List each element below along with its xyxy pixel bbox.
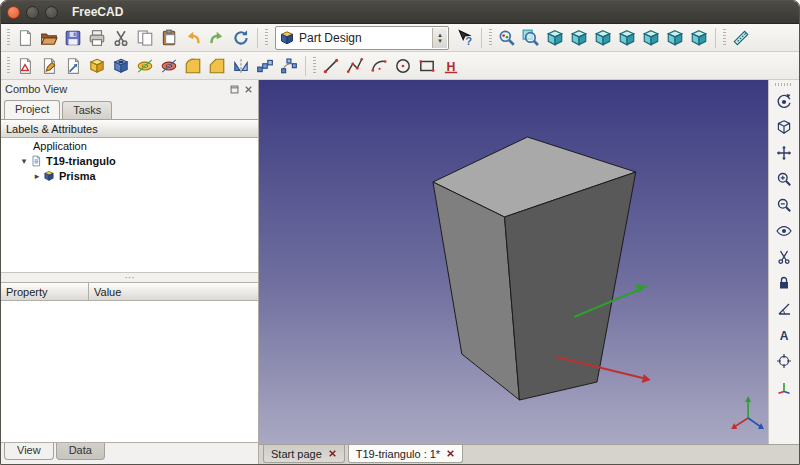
cut-icon xyxy=(112,29,130,47)
panel-splitter[interactable]: ··· xyxy=(1,272,258,282)
tree-item[interactable]: ▾T19-triangulo xyxy=(1,153,258,168)
zoom-in-button[interactable] xyxy=(772,167,796,191)
window-close-button[interactable] xyxy=(7,6,20,19)
sketch-line-button[interactable] xyxy=(319,54,343,78)
fit-all-button[interactable] xyxy=(495,26,519,50)
toolbar-handle[interactable] xyxy=(489,29,492,47)
toolbar-handle[interactable] xyxy=(7,57,10,75)
tree-item[interactable]: Application xyxy=(1,138,258,153)
refresh-button[interactable] xyxy=(229,26,253,50)
axonometric-view-button[interactable] xyxy=(543,26,567,50)
tree-item[interactable]: ▸Prisma xyxy=(1,168,258,183)
tab-view[interactable]: View xyxy=(4,443,54,460)
toolbar-handle[interactable] xyxy=(775,83,793,86)
fillet-button[interactable] xyxy=(181,54,205,78)
close-tab-icon[interactable] xyxy=(328,449,337,458)
copy-button[interactable] xyxy=(133,26,157,50)
lock-button[interactable] xyxy=(772,271,796,295)
mirrored-icon xyxy=(232,57,250,75)
fit-selection-button[interactable] xyxy=(519,26,543,50)
revolution-button[interactable] xyxy=(133,54,157,78)
tab-data[interactable]: Data xyxy=(56,443,105,460)
viewport-3d[interactable] xyxy=(259,80,768,444)
property-table-body[interactable] xyxy=(1,301,258,443)
chamfer-button[interactable] xyxy=(205,54,229,78)
sketch-rectangle-button[interactable] xyxy=(415,54,439,78)
pan-arrows-button[interactable] xyxy=(772,141,796,165)
polar-pattern-button[interactable] xyxy=(277,54,301,78)
separator xyxy=(481,28,482,48)
sketch-circle-button[interactable] xyxy=(391,54,415,78)
document-tabstrip: Start pageT19-triangulo : 1* xyxy=(259,444,799,464)
top-view-button[interactable] xyxy=(591,26,615,50)
expander-right-icon[interactable]: ▸ xyxy=(31,171,43,181)
sketch-rectangle-icon xyxy=(418,57,436,75)
toolbar-handle[interactable] xyxy=(313,57,316,75)
groove-button[interactable] xyxy=(157,54,181,78)
map-sketch-button[interactable] xyxy=(61,54,85,78)
undo-button[interactable] xyxy=(181,26,205,50)
target-button[interactable] xyxy=(772,349,796,373)
open-document-button[interactable] xyxy=(37,26,61,50)
window-minimize-button[interactable] xyxy=(26,6,39,19)
separator xyxy=(715,28,716,48)
letter-a-button[interactable]: A xyxy=(772,323,796,347)
angle-button[interactable] xyxy=(772,297,796,321)
front-view-icon xyxy=(570,29,588,47)
navigation-toolbar-group: A xyxy=(772,89,796,401)
zoom-out-button[interactable] xyxy=(772,193,796,217)
workbench-selector[interactable]: Part Design ▴▾ xyxy=(275,26,449,50)
sketch-arc-button[interactable] xyxy=(367,54,391,78)
close-tab-icon[interactable] xyxy=(446,449,455,458)
tab-project[interactable]: Project xyxy=(4,100,60,119)
combo-spin-buttons[interactable]: ▴▾ xyxy=(432,28,447,48)
tab-tasks[interactable]: Tasks xyxy=(62,101,112,119)
no-icon xyxy=(17,140,30,152)
toolbar-handle[interactable] xyxy=(265,29,268,47)
navigation-toolbar: A xyxy=(768,80,799,444)
paste-button[interactable] xyxy=(157,26,181,50)
toolbar-standard: Part Design ▴▾ ? xyxy=(1,24,799,52)
mirrored-button[interactable] xyxy=(229,54,253,78)
pad-button[interactable] xyxy=(85,54,109,78)
measure-distance-icon xyxy=(732,29,750,47)
new-document-button[interactable] xyxy=(13,26,37,50)
front-view-button[interactable] xyxy=(567,26,591,50)
left-view-button[interactable] xyxy=(687,26,711,50)
whats-this-button[interactable]: ? xyxy=(453,26,477,50)
right-view-button[interactable] xyxy=(615,26,639,50)
float-panel-button[interactable] xyxy=(229,84,240,95)
axonometric-view-icon xyxy=(546,29,564,47)
linear-pattern-button[interactable] xyxy=(253,54,277,78)
sketch-polyline-button[interactable] xyxy=(343,54,367,78)
scissors-button[interactable] xyxy=(772,245,796,269)
save-button[interactable] xyxy=(61,26,85,50)
top-view-icon xyxy=(594,29,612,47)
map-sketch-icon xyxy=(64,57,82,75)
measure-distance-button[interactable] xyxy=(729,26,753,50)
redo-button[interactable] xyxy=(205,26,229,50)
window-maximize-button[interactable] xyxy=(45,6,58,19)
document-tab[interactable]: Start page xyxy=(263,445,345,463)
edit-sketch-button[interactable] xyxy=(37,54,61,78)
cut-button[interactable] xyxy=(109,26,133,50)
cube-outline-button[interactable] xyxy=(772,115,796,139)
pocket-button[interactable] xyxy=(109,54,133,78)
pocket-icon xyxy=(112,57,130,75)
constrain-horizontal-button[interactable]: H xyxy=(439,54,463,78)
eye-button[interactable] xyxy=(772,219,796,243)
close-panel-button[interactable] xyxy=(243,84,254,95)
axes-button[interactable] xyxy=(772,375,796,399)
orbit-button[interactable] xyxy=(772,89,796,113)
expander-down-icon[interactable]: ▾ xyxy=(18,156,30,166)
zoom-in-icon xyxy=(776,171,792,187)
sketch-circle-icon xyxy=(394,57,412,75)
bottom-view-button[interactable] xyxy=(663,26,687,50)
toolbar-handle[interactable] xyxy=(7,29,10,47)
new-sketch-button[interactable] xyxy=(13,54,37,78)
workbench-selector-label: Part Design xyxy=(295,31,432,45)
toolbar-handle[interactable] xyxy=(723,29,726,47)
print-button[interactable] xyxy=(85,26,109,50)
rear-view-button[interactable] xyxy=(639,26,663,50)
document-tab[interactable]: T19-triangulo : 1* xyxy=(348,445,463,463)
